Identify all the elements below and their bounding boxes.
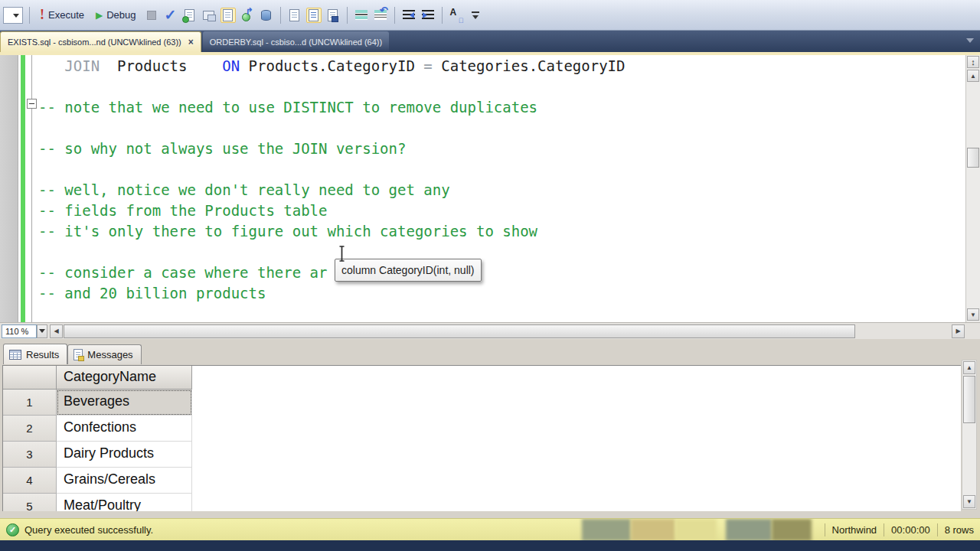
decrease-indent-icon — [403, 10, 415, 20]
stop-icon — [147, 11, 156, 20]
document-tab-bar: EXISTS.sql - csbisom...nd (UNCW\klined (… — [0, 31, 980, 52]
status-row-count: 8 rows — [945, 524, 974, 536]
grid-scroll-up-icon[interactable]: ▲ — [963, 361, 975, 374]
horizontal-scroll-track[interactable] — [855, 324, 952, 338]
client-statistics-button[interactable] — [259, 8, 274, 23]
grid-corner-cell[interactable] — [3, 366, 57, 390]
horizontal-scroll-thumb[interactable] — [64, 324, 855, 338]
query-status-bar: ✓ Query executed successfully. Northwind… — [0, 518, 980, 540]
code-line[interactable] — [38, 159, 962, 180]
censor-block — [726, 519, 772, 540]
tab-orderby-sql[interactable]: ORDERBY.sql - csbiso...d (UNCW\klined (6… — [203, 31, 389, 52]
results-tab-strip: Results Messages — [3, 344, 142, 364]
column-header-categoryname[interactable]: CategoryName — [57, 366, 192, 390]
debug-label: Debug — [106, 9, 136, 21]
collapse-region-toggle[interactable] — [27, 99, 37, 109]
decrease-indent-button[interactable] — [401, 8, 416, 23]
scroll-up-icon[interactable]: ▲ — [967, 70, 979, 82]
debug-button[interactable]: Debug — [92, 8, 140, 22]
code-line[interactable]: -- consider a case where there ar — [38, 262, 962, 283]
grid-scroll-thumb[interactable] — [963, 376, 975, 423]
code-lines: JOIN Products ON Products.CategoryID = C… — [38, 56, 962, 322]
client-statistics-icon — [261, 10, 271, 21]
row-header[interactable]: 3 — [3, 442, 57, 468]
results-to-text-button[interactable] — [287, 8, 302, 23]
estimated-plan-button[interactable] — [182, 8, 198, 23]
parse-button[interactable] — [163, 8, 178, 23]
code-line[interactable] — [38, 77, 962, 97]
template-parameters-icon — [449, 8, 463, 22]
table-row: 1Beverages — [3, 390, 961, 416]
scroll-left-icon[interactable]: ◀ — [50, 324, 63, 338]
zoom-dropdown-icon[interactable] — [37, 324, 47, 338]
category-cell[interactable]: Beverages — [57, 390, 192, 416]
category-cell[interactable]: Meat/Poultry — [57, 494, 192, 511]
execute-icon — [40, 7, 44, 23]
results-to-grid-button[interactable] — [306, 8, 322, 23]
debug-icon — [96, 9, 103, 21]
category-cell[interactable]: Grains/Cereals — [57, 468, 192, 494]
ssms-window: Execute Debug EXISTS.sql - csbisom...nd … — [0, 0, 980, 551]
execute-button[interactable]: Execute — [36, 5, 88, 24]
scroll-down-icon[interactable]: ▼ — [967, 308, 979, 321]
censor-block — [582, 519, 631, 540]
tab-results[interactable]: Results — [3, 344, 67, 364]
intellisense-button[interactable] — [220, 8, 236, 23]
text-cursor-icon — [337, 245, 347, 266]
sql-editor-toolbar: Execute Debug — [0, 0, 980, 31]
editor-vertical-scrollbar[interactable]: ▲ ▼ — [965, 55, 980, 322]
uncomment-button[interactable] — [373, 8, 388, 23]
tab-exists-sql[interactable]: EXISTS.sql - csbisom...nd (UNCW\klined (… — [0, 31, 201, 52]
results-grid-icon — [9, 350, 21, 360]
code-line[interactable] — [38, 118, 962, 139]
code-line[interactable] — [38, 242, 962, 262]
scrollbar-corner — [965, 323, 980, 340]
results-to-file-button[interactable] — [325, 8, 341, 23]
template-parameters-button[interactable] — [449, 8, 464, 23]
grid-scroll-down-icon[interactable]: ▼ — [963, 495, 975, 508]
toolbar-separator — [442, 7, 443, 24]
change-tracking-bar — [21, 55, 25, 322]
code-line[interactable]: -- fields from the Products table — [38, 201, 962, 221]
increase-indent-icon — [422, 10, 434, 20]
editor-horizontal-scrollbar-row: 110 % ◀ ▶ — [0, 322, 980, 339]
editor-zoom-level[interactable]: 110 % — [2, 324, 37, 338]
uncomment-icon — [374, 10, 387, 20]
row-header[interactable]: 5 — [3, 494, 57, 511]
code-line[interactable]: -- it's only there to figure out which c… — [38, 221, 962, 242]
code-line[interactable]: -- well, notice we don't really need to … — [38, 180, 962, 201]
results-panel: Results Messages CategoryName 1Beverages… — [0, 339, 980, 551]
vertical-scroll-thumb[interactable] — [967, 148, 979, 168]
document-list-dropdown-icon[interactable] — [966, 38, 974, 47]
database-combo-dropdown[interactable] — [3, 7, 23, 24]
row-header[interactable]: 4 — [3, 468, 57, 494]
grid-vertical-scrollbar[interactable]: ▲ ▼ — [962, 360, 977, 510]
category-cell[interactable]: Dairy Products — [57, 442, 192, 468]
status-divider — [825, 523, 825, 536]
sql-code-editor[interactable]: JOIN Products ON Products.CategoryID = C… — [0, 55, 980, 322]
query-options-button[interactable] — [201, 8, 217, 23]
actual-plan-button[interactable] — [240, 8, 255, 23]
code-line[interactable]: JOIN Products ON Products.CategoryID = C… — [38, 56, 962, 77]
splitter-grip[interactable] — [967, 56, 979, 68]
scroll-right-icon[interactable]: ▶ — [952, 324, 965, 338]
censor-block — [631, 519, 675, 540]
toolbar-overflow-button[interactable] — [468, 8, 483, 23]
code-line[interactable]: -- so why not always use the JOIN versio… — [38, 139, 962, 159]
censor-block — [675, 519, 717, 540]
tab-messages[interactable]: Messages — [67, 344, 141, 364]
row-header[interactable]: 2 — [3, 416, 57, 442]
code-line[interactable] — [38, 304, 962, 322]
row-header[interactable]: 1 — [3, 390, 57, 416]
tab-close-icon[interactable]: × — [188, 37, 194, 47]
category-cell[interactable]: Confections — [57, 416, 192, 442]
estimated-plan-icon — [185, 9, 194, 21]
code-line[interactable]: -- note that we need to use DISTINCT to … — [38, 97, 962, 118]
comment-button[interactable] — [354, 8, 369, 23]
tab-orderby-label: ORDERBY.sql - csbiso...d (UNCW\klined (6… — [210, 37, 382, 47]
code-line[interactable]: -- and 20 billion products — [38, 283, 962, 304]
status-right-fields: Northwind 00:00:00 8 rows — [818, 519, 974, 540]
increase-indent-button[interactable] — [420, 8, 436, 23]
parse-check-icon — [165, 6, 177, 24]
results-to-text-icon — [289, 9, 299, 21]
